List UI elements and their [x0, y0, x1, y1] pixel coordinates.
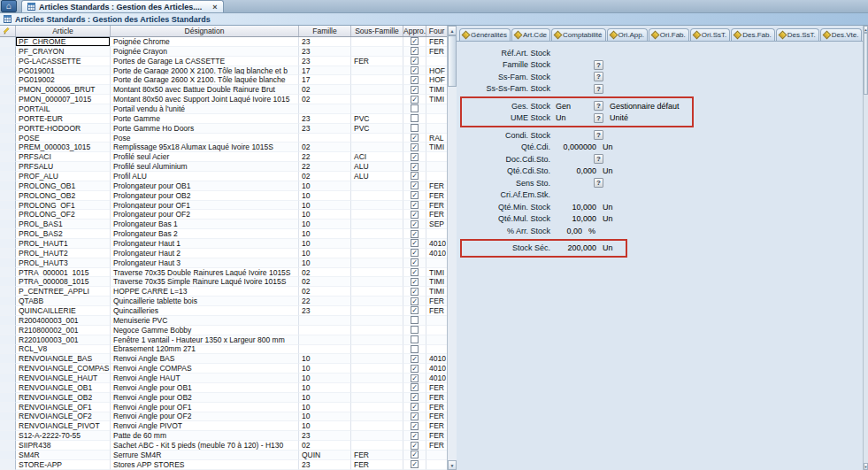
row-selector[interactable] [0, 75, 16, 85]
cell-sous-famille[interactable] [351, 374, 403, 383]
cell-sous-famille[interactable] [351, 134, 403, 143]
tab-comptabilite[interactable]: Comptabilité [551, 28, 605, 41]
cell-four[interactable]: HOF [426, 75, 447, 85]
appro-checkbox[interactable]: ✓ [411, 442, 419, 450]
table-row[interactable]: PREM_000003_1015Remplissage 95x18 Alumax… [0, 143, 447, 152]
cell-sous-famille[interactable] [351, 354, 403, 364]
panel-scroll-up-icon[interactable]: ▲ [864, 26, 868, 33]
cell-sous-famille[interactable] [351, 249, 403, 258]
cell-sous-famille[interactable] [351, 277, 403, 287]
table-row[interactable]: PROLONG_OF1Prolongateur pour OF110✓FER [0, 201, 447, 211]
table-row[interactable]: PG019002Porte de Garage 2600 X 2100. Tôl… [0, 75, 447, 85]
cell-designation[interactable]: Portes de Garage La CASSETTE [111, 57, 299, 66]
cell-sous-famille[interactable] [351, 37, 403, 47]
cell-article[interactable]: PROLONG_OF2 [16, 210, 111, 220]
cell-article[interactable]: P_CENTREE_APPLI [16, 287, 111, 297]
field-value[interactable]: Un [556, 113, 591, 122]
cell-sous-famille[interactable] [351, 335, 403, 345]
lookup-button[interactable]: ? [594, 113, 603, 123]
row-selector[interactable] [0, 134, 16, 143]
row-selector[interactable] [0, 172, 16, 181]
table-row[interactable]: PROLONG_OB2Prolongateur pour OB210✓FER [0, 191, 447, 201]
cell-four[interactable] [426, 57, 447, 66]
field-value[interactable]: 0,000000 [556, 143, 596, 151]
row-selector[interactable] [0, 57, 16, 66]
scrollbar-thumb[interactable] [448, 35, 457, 87]
cell-article[interactable]: PROLONG_OB1 [16, 181, 111, 191]
cell-four[interactable]: 4010 [426, 239, 447, 249]
appro-checkbox[interactable] [411, 316, 419, 324]
cell-famille[interactable]: 10 [299, 181, 351, 191]
row-selector[interactable] [0, 393, 16, 403]
cell-famille[interactable]: 22 [299, 152, 351, 162]
tab-art-cde[interactable]: Art.Cde [511, 28, 550, 41]
cell-famille[interactable]: 02 [299, 441, 351, 451]
cell-sous-famille[interactable]: PVC [351, 124, 403, 134]
cell-four[interactable]: FER [426, 306, 447, 316]
appro-checkbox[interactable]: ✓ [411, 37, 419, 45]
row-selector[interactable] [0, 287, 16, 297]
table-row[interactable]: RENVOIANGLE_HAUTRenvoi Angle HAUT10✓4010 [0, 374, 447, 383]
cell-sous-famille[interactable] [351, 393, 403, 403]
appro-checkbox[interactable]: ✓ [411, 220, 419, 228]
row-selector[interactable] [0, 451, 16, 460]
cell-designation[interactable]: Profil ALU [111, 172, 299, 181]
table-row[interactable]: R220100003_001Fenêtre 1 vantail - Hauteu… [0, 335, 447, 345]
cell-four[interactable]: FER [426, 37, 447, 47]
cell-designation[interactable]: Poignée Chrome [111, 37, 299, 47]
row-selector[interactable] [0, 306, 16, 316]
cell-designation[interactable]: Porte de Garage 2600 X 2100. Tôle laquée… [111, 75, 299, 85]
cell-designation[interactable]: Renvoi Angle PIVOT [111, 421, 299, 431]
cell-famille[interactable]: 02 [299, 85, 351, 95]
cell-famille[interactable]: 10 [299, 220, 351, 229]
cell-article[interactable]: RENVOIANGLE_COMPAS [16, 364, 111, 374]
table-row[interactable]: RENVOIANGLE_COMPASRenvoi Angle COMPAS10✓… [0, 364, 447, 374]
cell-sous-famille[interactable] [351, 229, 403, 239]
cell-four[interactable]: FER [426, 441, 447, 451]
table-row[interactable]: PROLONG_OF2Prolongateur pour OF210✓FER [0, 210, 447, 220]
cell-famille[interactable]: 10 [299, 393, 351, 403]
appro-checkbox[interactable]: ✓ [411, 76, 419, 84]
row-selector[interactable] [0, 210, 16, 220]
cell-four[interactable]: FER [426, 412, 447, 422]
cell-famille[interactable]: 02 [299, 277, 351, 287]
appro-checkbox[interactable]: ✓ [411, 191, 419, 199]
cell-famille[interactable] [299, 335, 351, 345]
lookup-button[interactable]: ? [594, 178, 603, 188]
cell-famille[interactable]: 10 [299, 249, 351, 258]
row-selector[interactable] [0, 460, 16, 470]
tab-ori-fab-[interactable]: Ori.Fab. [649, 28, 689, 41]
table-row[interactable]: S12-A-2222-70-55Patte de 60 mm23✓FER [0, 431, 447, 441]
cell-four[interactable] [426, 162, 447, 172]
cell-famille[interactable]: 23 [299, 114, 351, 124]
cell-article[interactable]: R200400003_001 [16, 316, 111, 326]
field-value[interactable]: 0,000 [556, 166, 596, 175]
field-value[interactable]: 10,000 [556, 214, 596, 223]
row-selector[interactable] [0, 162, 16, 172]
appro-checkbox[interactable]: ✓ [411, 393, 419, 401]
tab-des-fab-[interactable]: Des.Fab. [731, 28, 774, 41]
appro-checkbox[interactable]: ✓ [411, 412, 419, 420]
field-value[interactable]: 0,00 [556, 227, 582, 235]
column-header-designation[interactable]: Désignation [111, 26, 299, 36]
cell-sous-famille[interactable]: FER [351, 451, 403, 460]
table-row[interactable]: QUINCAILLERIEQuincailleries23✓FER [0, 306, 447, 316]
cell-four[interactable]: 4010 [426, 354, 447, 364]
row-selector[interactable] [0, 421, 16, 431]
appro-checkbox[interactable]: ✓ [411, 288, 419, 296]
cell-four[interactable]: TIMI [426, 95, 447, 104]
appro-checkbox[interactable]: ✓ [411, 258, 419, 266]
cell-designation[interactable]: Serrure SM4R [111, 451, 299, 460]
cell-four[interactable] [426, 152, 447, 162]
cell-four[interactable]: FER [426, 181, 447, 191]
cell-sous-famille[interactable]: FER [351, 57, 403, 66]
lookup-button[interactable]: ? [594, 72, 603, 81]
appro-checkbox[interactable]: ✓ [411, 422, 419, 430]
lookup-button[interactable]: ? [594, 84, 603, 94]
cell-sous-famille[interactable] [351, 191, 403, 201]
cell-four[interactable] [426, 229, 447, 239]
table-row[interactable]: PORTE-EURPorte Gamme23PVC [0, 114, 447, 124]
table-row[interactable]: PROL_HAUT1Prolongateur Haut 110✓4010 [0, 239, 447, 249]
cell-famille[interactable]: 10 [299, 412, 351, 422]
cell-article[interactable]: PTRA_000001_1015 [16, 268, 111, 278]
